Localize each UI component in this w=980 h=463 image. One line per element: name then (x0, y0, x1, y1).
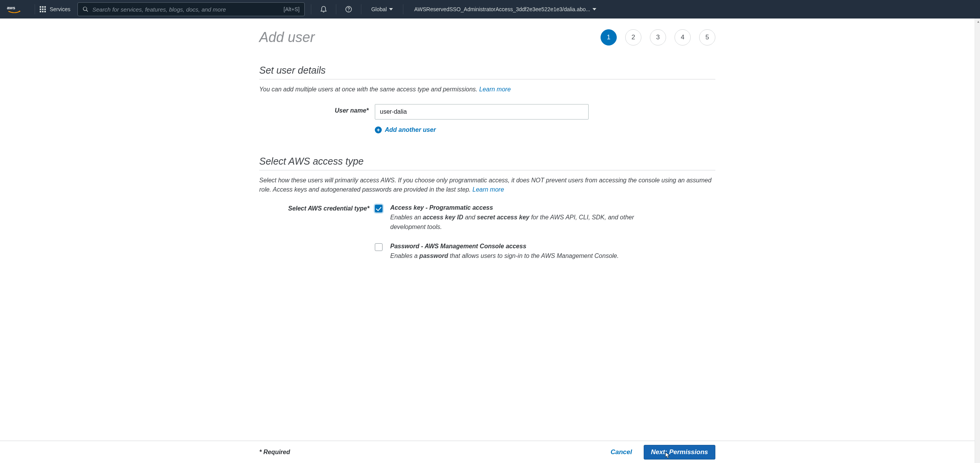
access-key-checkbox[interactable] (375, 205, 383, 212)
learn-more-link[interactable]: Learn more (473, 186, 504, 193)
bell-icon (320, 5, 327, 13)
nav-divider (361, 4, 361, 14)
wizard-step-2[interactable]: 2 (625, 29, 641, 45)
page-title: Add user (259, 29, 315, 45)
plus-circle-icon: + (375, 126, 382, 133)
nav-divider (311, 4, 311, 14)
select-access-type-desc: Select how these users will primarily ac… (259, 176, 715, 194)
wizard-step-1[interactable]: 1 (601, 29, 617, 45)
region-selector[interactable]: Global (366, 6, 398, 12)
search-shortcut: [Alt+S] (284, 6, 300, 12)
set-user-details-desc: You can add multiple users at once with … (259, 85, 715, 94)
learn-more-link[interactable]: Learn more (479, 86, 511, 93)
account-label: AWSReservedSSO_AdministratorAccess_3ddf2… (414, 6, 590, 12)
svg-point-1 (83, 7, 87, 10)
account-menu[interactable]: AWSReservedSSO_AdministratorAccess_3ddf2… (408, 6, 600, 12)
password-title: Password - AWS Management Console access (390, 243, 715, 250)
access-key-title: Access key - Programmatic access (390, 204, 715, 211)
next-permissions-button[interactable]: Next: Permissions (644, 445, 715, 460)
svg-text:aws: aws (7, 5, 15, 10)
caret-down-icon (389, 8, 393, 10)
username-label: User name* (259, 104, 375, 114)
global-search[interactable]: [Alt+S] (77, 2, 305, 16)
scroll-up-arrow-icon[interactable]: ▴ (977, 19, 979, 24)
add-another-user-label: Add another user (385, 126, 436, 133)
help-button[interactable] (341, 5, 356, 13)
wizard-step-3[interactable]: 3 (650, 29, 666, 45)
required-note: * Required (259, 449, 290, 456)
nav-divider (336, 4, 336, 14)
access-key-desc: Enables an access key ID and secret acce… (390, 213, 668, 232)
region-label: Global (371, 6, 387, 12)
notifications-button[interactable] (316, 5, 331, 13)
credential-type-label: Select AWS credential type* (259, 204, 375, 212)
help-icon (345, 5, 352, 13)
top-nav: aws Services [Alt+S] (0, 0, 980, 19)
search-input[interactable] (92, 6, 280, 13)
svg-point-4 (348, 10, 349, 11)
cancel-button[interactable]: Cancel (611, 448, 632, 456)
wizard-step-4[interactable]: 4 (675, 29, 691, 45)
set-user-details-heading: Set user details (259, 65, 715, 79)
services-grid-icon (40, 6, 46, 12)
add-another-user-button[interactable]: + Add another user (375, 126, 715, 133)
nav-divider (35, 4, 35, 14)
services-menu-button[interactable]: Services (40, 6, 70, 12)
select-access-type-heading: Select AWS access type (259, 156, 715, 170)
aws-logo[interactable]: aws (7, 5, 22, 14)
svg-line-2 (86, 10, 88, 12)
caret-down-icon (592, 8, 596, 10)
password-checkbox[interactable] (375, 243, 383, 251)
wizard-step-5[interactable]: 5 (699, 29, 715, 45)
username-input[interactable] (375, 104, 589, 120)
wizard-steps: 1 2 3 4 5 (601, 29, 715, 45)
nav-divider (403, 4, 403, 14)
services-label: Services (50, 6, 70, 12)
vertical-scrollbar[interactable]: ▴ (975, 19, 980, 463)
search-icon (82, 6, 89, 12)
wizard-footer: * Required Cancel Next: Permissions (0, 441, 975, 463)
password-desc: Enables a password that allows users to … (390, 251, 668, 261)
